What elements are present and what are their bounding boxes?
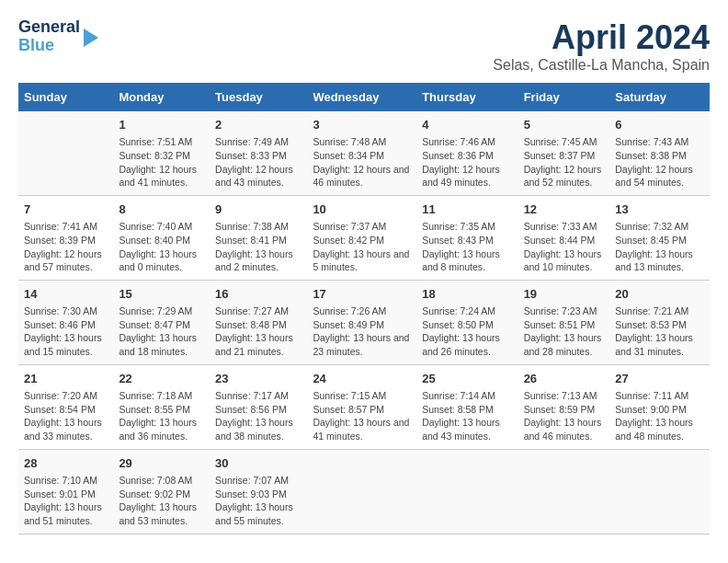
calendar-cell: 11Sunrise: 7:35 AMSunset: 8:43 PMDayligh… — [416, 195, 518, 280]
calendar-cell: 7Sunrise: 7:41 AMSunset: 8:39 PMDaylight… — [18, 195, 113, 280]
cell-info: Sunrise: 7:41 AMSunset: 8:39 PMDaylight:… — [24, 220, 108, 274]
calendar-cell: 8Sunrise: 7:40 AMSunset: 8:40 PMDaylight… — [113, 195, 210, 280]
calendar-day-header: Thursday — [416, 83, 518, 111]
calendar-cell: 22Sunrise: 7:18 AMSunset: 8:55 PMDayligh… — [113, 364, 210, 449]
day-number: 7 — [24, 201, 108, 218]
calendar-day-header: Monday — [113, 83, 210, 111]
calendar-day-header: Saturday — [609, 83, 710, 111]
calendar-week-row: 28Sunrise: 7:10 AMSunset: 9:01 PMDayligh… — [18, 449, 710, 534]
day-number: 21 — [24, 371, 108, 387]
calendar-cell: 6Sunrise: 7:43 AMSunset: 8:38 PMDaylight… — [609, 111, 710, 195]
calendar-cell: 9Sunrise: 7:38 AMSunset: 8:41 PMDaylight… — [210, 195, 307, 280]
day-number: 4 — [422, 117, 512, 133]
cell-info: Sunrise: 7:33 AMSunset: 8:44 PMDaylight:… — [524, 220, 605, 274]
page-header: GeneralBlue April 2024 Selas, Castille-L… — [18, 18, 710, 74]
cell-info: Sunrise: 7:26 AMSunset: 8:49 PMDaylight:… — [313, 304, 411, 359]
cell-info: Sunrise: 7:11 AMSunset: 9:00 PMDaylight:… — [615, 389, 704, 443]
cell-info: Sunrise: 7:08 AMSunset: 9:02 PMDaylight:… — [119, 474, 204, 528]
cell-info: Sunrise: 7:14 AMSunset: 8:58 PMDaylight:… — [422, 389, 512, 443]
cell-info: Sunrise: 7:49 AMSunset: 8:33 PMDaylight:… — [215, 135, 301, 190]
cell-info: Sunrise: 7:23 AMSunset: 8:51 PMDaylight:… — [524, 304, 605, 359]
cell-info: Sunrise: 7:21 AMSunset: 8:53 PMDaylight:… — [615, 304, 704, 359]
calendar-cell: 23Sunrise: 7:17 AMSunset: 8:56 PMDayligh… — [210, 364, 307, 449]
calendar-cell: 18Sunrise: 7:24 AMSunset: 8:50 PMDayligh… — [416, 280, 518, 364]
calendar-week-row: 14Sunrise: 7:30 AMSunset: 8:46 PMDayligh… — [18, 280, 710, 364]
cell-info: Sunrise: 7:30 AMSunset: 8:46 PMDaylight:… — [24, 304, 108, 359]
calendar-cell: 29Sunrise: 7:08 AMSunset: 9:02 PMDayligh… — [113, 449, 210, 534]
calendar-header-row: SundayMondayTuesdayWednesdayThursdayFrid… — [18, 83, 710, 111]
page-title: April 2024 — [493, 18, 710, 57]
calendar-day-header: Sunday — [18, 83, 113, 111]
cell-info: Sunrise: 7:17 AMSunset: 8:56 PMDaylight:… — [215, 389, 301, 443]
cell-info: Sunrise: 7:38 AMSunset: 8:41 PMDaylight:… — [215, 220, 301, 274]
day-number: 1 — [119, 117, 204, 133]
cell-info: Sunrise: 7:20 AMSunset: 8:54 PMDaylight:… — [24, 389, 108, 443]
calendar-cell: 26Sunrise: 7:13 AMSunset: 8:59 PMDayligh… — [518, 364, 610, 449]
cell-info: Sunrise: 7:40 AMSunset: 8:40 PMDaylight:… — [119, 220, 204, 274]
calendar-week-row: 7Sunrise: 7:41 AMSunset: 8:39 PMDaylight… — [18, 195, 710, 280]
calendar-table: SundayMondayTuesdayWednesdayThursdayFrid… — [18, 83, 710, 534]
calendar-cell — [307, 449, 416, 534]
calendar-cell: 12Sunrise: 7:33 AMSunset: 8:44 PMDayligh… — [518, 195, 610, 280]
cell-info: Sunrise: 7:15 AMSunset: 8:57 PMDaylight:… — [313, 389, 411, 443]
calendar-cell: 27Sunrise: 7:11 AMSunset: 9:00 PMDayligh… — [609, 364, 710, 449]
logo-text: GeneralBlue — [18, 18, 80, 55]
day-number: 17 — [313, 286, 411, 303]
calendar-cell: 21Sunrise: 7:20 AMSunset: 8:54 PMDayligh… — [18, 364, 113, 449]
day-number: 5 — [524, 117, 605, 133]
calendar-cell: 24Sunrise: 7:15 AMSunset: 8:57 PMDayligh… — [307, 364, 416, 449]
day-number: 19 — [524, 286, 605, 303]
calendar-cell: 17Sunrise: 7:26 AMSunset: 8:49 PMDayligh… — [307, 280, 416, 364]
day-number: 18 — [422, 286, 512, 303]
day-number: 24 — [313, 371, 411, 387]
day-number: 25 — [422, 371, 512, 387]
calendar-week-row: 1Sunrise: 7:51 AMSunset: 8:32 PMDaylight… — [18, 111, 710, 195]
cell-info: Sunrise: 7:24 AMSunset: 8:50 PMDaylight:… — [422, 304, 512, 359]
calendar-cell: 30Sunrise: 7:07 AMSunset: 9:03 PMDayligh… — [210, 449, 307, 534]
calendar-cell: 19Sunrise: 7:23 AMSunset: 8:51 PMDayligh… — [518, 280, 610, 364]
day-number: 8 — [119, 201, 204, 218]
calendar-cell: 1Sunrise: 7:51 AMSunset: 8:32 PMDaylight… — [113, 111, 210, 195]
cell-info: Sunrise: 7:27 AMSunset: 8:48 PMDaylight:… — [215, 304, 301, 359]
page-subtitle: Selas, Castille-La Mancha, Spain — [493, 57, 710, 74]
calendar-cell: 16Sunrise: 7:27 AMSunset: 8:48 PMDayligh… — [210, 280, 307, 364]
cell-info: Sunrise: 7:18 AMSunset: 8:55 PMDaylight:… — [119, 389, 204, 443]
day-number: 22 — [119, 371, 204, 387]
day-number: 23 — [215, 371, 301, 387]
calendar-cell: 20Sunrise: 7:21 AMSunset: 8:53 PMDayligh… — [609, 280, 710, 364]
calendar-cell: 5Sunrise: 7:45 AMSunset: 8:37 PMDaylight… — [518, 111, 610, 195]
logo: GeneralBlue — [18, 18, 98, 55]
day-number: 27 — [615, 371, 704, 387]
cell-info: Sunrise: 7:32 AMSunset: 8:45 PMDaylight:… — [615, 220, 704, 274]
cell-info: Sunrise: 7:45 AMSunset: 8:37 PMDaylight:… — [524, 135, 605, 190]
cell-info: Sunrise: 7:35 AMSunset: 8:43 PMDaylight:… — [422, 220, 512, 274]
cell-info: Sunrise: 7:37 AMSunset: 8:42 PMDaylight:… — [313, 220, 411, 274]
cell-info: Sunrise: 7:46 AMSunset: 8:36 PMDaylight:… — [422, 135, 512, 190]
day-number: 29 — [119, 455, 204, 472]
day-number: 14 — [24, 286, 108, 303]
day-number: 9 — [215, 201, 301, 218]
calendar-cell: 10Sunrise: 7:37 AMSunset: 8:42 PMDayligh… — [307, 195, 416, 280]
day-number: 26 — [524, 371, 605, 387]
cell-info: Sunrise: 7:13 AMSunset: 8:59 PMDaylight:… — [524, 389, 605, 443]
calendar-cell: 2Sunrise: 7:49 AMSunset: 8:33 PMDaylight… — [210, 111, 307, 195]
day-number: 12 — [524, 201, 605, 218]
day-number: 30 — [215, 455, 301, 472]
calendar-cell: 14Sunrise: 7:30 AMSunset: 8:46 PMDayligh… — [18, 280, 113, 364]
cell-info: Sunrise: 7:43 AMSunset: 8:38 PMDaylight:… — [615, 135, 704, 190]
calendar-cell — [609, 449, 710, 534]
cell-info: Sunrise: 7:07 AMSunset: 9:03 PMDaylight:… — [215, 474, 301, 528]
day-number: 2 — [215, 117, 301, 133]
day-number: 13 — [615, 201, 704, 218]
day-number: 20 — [615, 286, 704, 303]
calendar-cell — [18, 111, 113, 195]
title-block: April 2024 Selas, Castille-La Mancha, Sp… — [493, 18, 710, 74]
day-number: 10 — [313, 201, 411, 218]
calendar-cell: 4Sunrise: 7:46 AMSunset: 8:36 PMDaylight… — [416, 111, 518, 195]
logo-arrow-icon — [84, 29, 98, 47]
calendar-cell: 25Sunrise: 7:14 AMSunset: 8:58 PMDayligh… — [416, 364, 518, 449]
day-number: 6 — [615, 117, 704, 133]
calendar-day-header: Friday — [518, 83, 610, 111]
cell-info: Sunrise: 7:10 AMSunset: 9:01 PMDaylight:… — [24, 474, 108, 528]
calendar-week-row: 21Sunrise: 7:20 AMSunset: 8:54 PMDayligh… — [18, 364, 710, 449]
